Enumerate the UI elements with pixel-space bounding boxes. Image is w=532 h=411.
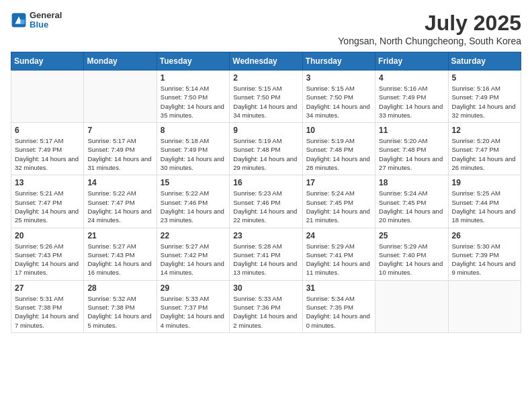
day-info: Sunrise: 5:29 AM Sunset: 7:41 PM Dayligh…	[306, 242, 371, 277]
calendar-day-cell: 3Sunrise: 5:15 AM Sunset: 7:50 PM Daylig…	[302, 71, 375, 123]
calendar-day-cell	[375, 280, 448, 332]
calendar-day-cell: 21Sunrise: 5:27 AM Sunset: 7:43 PM Dayli…	[84, 228, 157, 280]
logo-text: General Blue	[30, 11, 62, 30]
calendar-week-row: 27Sunrise: 5:31 AM Sunset: 7:38 PM Dayli…	[11, 280, 521, 332]
calendar-day-cell: 20Sunrise: 5:26 AM Sunset: 7:43 PM Dayli…	[11, 228, 84, 280]
day-info: Sunrise: 5:17 AM Sunset: 7:49 PM Dayligh…	[87, 136, 152, 172]
day-number: 1	[161, 73, 226, 83]
calendar-day-cell: 30Sunrise: 5:33 AM Sunset: 7:36 PM Dayli…	[230, 280, 302, 332]
calendar-day-cell: 1Sunrise: 5:14 AM Sunset: 7:50 PM Daylig…	[157, 71, 229, 123]
day-info: Sunrise: 5:26 AM Sunset: 7:43 PM Dayligh…	[15, 242, 80, 277]
svg-rect-2	[20, 19, 24, 24]
calendar-day-cell: 6Sunrise: 5:17 AM Sunset: 7:49 PM Daylig…	[11, 123, 84, 175]
calendar-week-row: 6Sunrise: 5:17 AM Sunset: 7:49 PM Daylig…	[11, 123, 521, 175]
day-info: Sunrise: 5:18 AM Sunset: 7:49 PM Dayligh…	[161, 136, 226, 172]
title-block: July 2025 Yongsan, North Chungcheong, So…	[338, 11, 521, 46]
day-number: 18	[379, 178, 444, 187]
calendar-day-cell: 4Sunrise: 5:16 AM Sunset: 7:49 PM Daylig…	[375, 71, 448, 123]
calendar-header-tuesday: Tuesday	[157, 52, 229, 71]
calendar-day-cell: 27Sunrise: 5:31 AM Sunset: 7:38 PM Dayli…	[11, 280, 84, 332]
day-number: 26	[452, 231, 517, 240]
day-info: Sunrise: 5:25 AM Sunset: 7:44 PM Dayligh…	[452, 189, 517, 224]
day-number: 7	[87, 126, 152, 135]
day-info: Sunrise: 5:29 AM Sunset: 7:40 PM Dayligh…	[379, 242, 444, 277]
calendar-week-row: 1Sunrise: 5:14 AM Sunset: 7:50 PM Daylig…	[11, 71, 521, 123]
day-info: Sunrise: 5:19 AM Sunset: 7:48 PM Dayligh…	[233, 136, 298, 172]
day-number: 19	[452, 178, 517, 187]
day-info: Sunrise: 5:19 AM Sunset: 7:48 PM Dayligh…	[306, 136, 371, 172]
day-info: Sunrise: 5:28 AM Sunset: 7:41 PM Dayligh…	[233, 242, 298, 277]
calendar-day-cell	[448, 280, 521, 332]
day-number: 23	[233, 231, 298, 240]
day-info: Sunrise: 5:23 AM Sunset: 7:46 PM Dayligh…	[233, 189, 298, 224]
day-info: Sunrise: 5:15 AM Sunset: 7:50 PM Dayligh…	[306, 84, 371, 120]
day-number: 24	[306, 231, 371, 240]
calendar-day-cell	[11, 71, 84, 123]
logo-line2: Blue	[30, 20, 62, 30]
calendar-header-saturday: Saturday	[448, 52, 521, 71]
calendar-day-cell: 25Sunrise: 5:29 AM Sunset: 7:40 PM Dayli…	[375, 228, 448, 280]
day-number: 3	[306, 73, 371, 83]
day-number: 12	[452, 126, 517, 135]
day-number: 17	[306, 178, 371, 187]
calendar-day-cell: 26Sunrise: 5:30 AM Sunset: 7:39 PM Dayli…	[448, 228, 521, 280]
day-number: 9	[233, 126, 298, 135]
day-info: Sunrise: 5:34 AM Sunset: 7:35 PM Dayligh…	[306, 294, 371, 330]
day-info: Sunrise: 5:17 AM Sunset: 7:49 PM Dayligh…	[15, 136, 80, 172]
calendar-day-cell: 28Sunrise: 5:32 AM Sunset: 7:38 PM Dayli…	[84, 280, 157, 332]
day-info: Sunrise: 5:15 AM Sunset: 7:50 PM Dayligh…	[233, 84, 298, 120]
calendar-day-cell: 31Sunrise: 5:34 AM Sunset: 7:35 PM Dayli…	[302, 280, 375, 332]
calendar-day-cell	[84, 71, 157, 123]
day-info: Sunrise: 5:21 AM Sunset: 7:47 PM Dayligh…	[15, 189, 80, 224]
day-info: Sunrise: 5:16 AM Sunset: 7:49 PM Dayligh…	[452, 84, 517, 120]
day-info: Sunrise: 5:31 AM Sunset: 7:38 PM Dayligh…	[15, 294, 80, 330]
day-number: 21	[87, 231, 152, 240]
day-info: Sunrise: 5:20 AM Sunset: 7:47 PM Dayligh…	[452, 136, 517, 172]
calendar-day-cell: 22Sunrise: 5:27 AM Sunset: 7:42 PM Dayli…	[157, 228, 229, 280]
logo: General Blue	[11, 11, 62, 30]
day-number: 2	[233, 73, 298, 83]
day-info: Sunrise: 5:32 AM Sunset: 7:38 PM Dayligh…	[87, 294, 152, 330]
day-number: 13	[15, 178, 80, 187]
calendar-day-cell: 17Sunrise: 5:24 AM Sunset: 7:45 PM Dayli…	[302, 175, 375, 228]
day-info: Sunrise: 5:22 AM Sunset: 7:47 PM Dayligh…	[87, 189, 152, 224]
day-number: 22	[161, 231, 226, 240]
day-number: 15	[161, 178, 226, 187]
calendar-day-cell: 23Sunrise: 5:28 AM Sunset: 7:41 PM Dayli…	[230, 228, 302, 280]
calendar-day-cell: 13Sunrise: 5:21 AM Sunset: 7:47 PM Dayli…	[11, 175, 84, 228]
day-number: 10	[306, 126, 371, 135]
logo-icon	[11, 12, 27, 28]
day-number: 29	[161, 283, 226, 293]
logo-line1: General	[30, 11, 62, 20]
calendar-week-row: 13Sunrise: 5:21 AM Sunset: 7:47 PM Dayli…	[11, 175, 521, 228]
day-info: Sunrise: 5:33 AM Sunset: 7:36 PM Dayligh…	[233, 294, 298, 330]
day-number: 4	[379, 73, 444, 83]
day-number: 14	[87, 178, 152, 187]
calendar-day-cell: 12Sunrise: 5:20 AM Sunset: 7:47 PM Dayli…	[448, 123, 521, 175]
calendar-header-sunday: Sunday	[11, 52, 84, 71]
day-info: Sunrise: 5:27 AM Sunset: 7:42 PM Dayligh…	[161, 242, 226, 277]
day-number: 28	[87, 283, 152, 293]
calendar-day-cell: 15Sunrise: 5:22 AM Sunset: 7:46 PM Dayli…	[157, 175, 229, 228]
calendar-day-cell: 24Sunrise: 5:29 AM Sunset: 7:41 PM Dayli…	[302, 228, 375, 280]
calendar-day-cell: 10Sunrise: 5:19 AM Sunset: 7:48 PM Dayli…	[302, 123, 375, 175]
calendar-day-cell: 19Sunrise: 5:25 AM Sunset: 7:44 PM Dayli…	[448, 175, 521, 228]
day-number: 11	[379, 126, 444, 135]
calendar-day-cell: 9Sunrise: 5:19 AM Sunset: 7:48 PM Daylig…	[230, 123, 302, 175]
calendar-header-monday: Monday	[84, 52, 157, 71]
day-number: 30	[233, 283, 298, 293]
calendar-day-cell: 7Sunrise: 5:17 AM Sunset: 7:49 PM Daylig…	[84, 123, 157, 175]
calendar-header-thursday: Thursday	[302, 52, 375, 71]
day-info: Sunrise: 5:16 AM Sunset: 7:49 PM Dayligh…	[379, 84, 444, 120]
calendar-header-friday: Friday	[375, 52, 448, 71]
day-info: Sunrise: 5:24 AM Sunset: 7:45 PM Dayligh…	[379, 189, 444, 224]
page-header: General Blue July 2025 Yongsan, North Ch…	[11, 11, 521, 46]
day-info: Sunrise: 5:14 AM Sunset: 7:50 PM Dayligh…	[161, 84, 226, 120]
main-title: July 2025	[338, 11, 521, 36]
sub-title: Yongsan, North Chungcheong, South Korea	[338, 36, 521, 46]
day-number: 25	[379, 231, 444, 240]
day-info: Sunrise: 5:33 AM Sunset: 7:37 PM Dayligh…	[161, 294, 226, 330]
calendar-header-wednesday: Wednesday	[230, 52, 302, 71]
calendar-day-cell: 5Sunrise: 5:16 AM Sunset: 7:49 PM Daylig…	[448, 71, 521, 123]
calendar-header-row: SundayMondayTuesdayWednesdayThursdayFrid…	[11, 52, 521, 71]
